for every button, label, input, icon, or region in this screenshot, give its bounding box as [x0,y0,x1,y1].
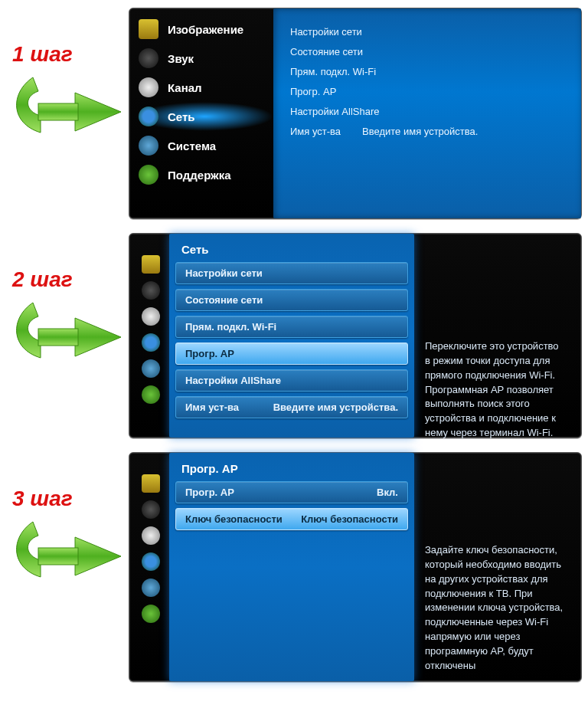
menu-system-label: Система [168,139,216,152]
menu-picture[interactable]: Изображение [136,15,273,44]
step-2-label: 2 шаг [12,267,129,292]
tv-menu-step-1: Изображение Звук Канал Сеть Система Подд… [129,8,582,219]
menu-channel[interactable]: Канал [136,73,273,102]
channel-icon[interactable] [142,307,160,326]
sound-icon [139,48,158,68]
network-submenu: Сеть Настройки сети Состояние сети Прям.… [169,234,414,438]
panel-title: Сеть [175,240,408,262]
channel-icon[interactable] [142,526,160,545]
system-icon [139,136,158,156]
soft-ap-value: Вкл. [377,487,398,498]
menu-support[interactable]: Поддержка [136,160,273,189]
network-icon[interactable] [142,552,160,571]
opt-soft-ap-toggle[interactable]: Прогр. AP Вкл. [175,481,408,503]
menu-sound[interactable]: Звук [136,44,273,73]
opt-security-key[interactable]: Ключ безопасности Ключ безопасности [175,508,408,530]
sub-device-name[interactable]: Имя уст-ва Введите имя устройства. [290,122,564,142]
dev-name-value: Введите имя устройства. [273,402,398,413]
support-icon [139,165,158,185]
svg-rect-0 [38,103,78,120]
picture-icon [139,19,158,39]
system-icon[interactable] [142,579,160,597]
system-icon[interactable] [142,359,160,378]
security-key-description: Задайте ключ безопасности, который необх… [414,459,575,675]
sidebar-icons [136,459,169,675]
menu-picture-label: Изображение [168,23,243,36]
sound-icon[interactable] [142,500,160,519]
network-icon[interactable] [142,333,160,352]
sub-net-status[interactable]: Состояние сети [290,42,564,62]
sidebar-icons [136,240,169,431]
network-icon [139,107,158,126]
sec-key-value: Ключ безопасности [301,513,398,525]
menu-sound-label: Звук [168,52,194,65]
step-1-label: 1 шаг [12,42,129,67]
sound-icon[interactable] [142,281,160,300]
sub-net-settings[interactable]: Настройки сети [290,22,564,42]
opt-wifi-direct[interactable]: Прям. подкл. Wi-Fi [175,316,408,338]
opt-device-name[interactable]: Имя уст-ва Введите имя устройства. [175,396,408,418]
arrow-icon [6,295,121,368]
tv-menu-step-2: Сеть Настройки сети Состояние сети Прям.… [129,233,582,438]
arrow-icon [6,70,121,143]
soft-ap-label: Прогр. AP [185,487,234,498]
main-menu: Изображение Звук Канал Сеть Система Подд… [136,15,273,212]
panel-title: Прогр. AP [175,459,408,481]
svg-rect-2 [38,548,78,565]
dev-name-label: Имя уст-ва [290,122,341,142]
picture-icon[interactable] [142,255,160,274]
support-icon[interactable] [142,385,160,404]
network-submenu-preview: Настройки сети Состояние сети Прям. подк… [273,8,581,218]
tv-menu-step-3: Прогр. AP Прогр. AP Вкл. Ключ безопаснос… [129,452,582,682]
opt-net-settings[interactable]: Настройки сети [175,262,408,284]
svg-rect-1 [38,329,78,346]
dev-name-value: Введите имя устройства. [362,122,478,142]
menu-system[interactable]: Система [136,131,273,160]
channel-icon [139,77,158,97]
support-icon[interactable] [142,605,160,623]
soft-ap-panel: Прогр. AP Прогр. AP Вкл. Ключ безопаснос… [169,453,414,681]
menu-network-label: Сеть [168,110,195,123]
soft-ap-description: Переключите это устройство в режим точки… [414,240,575,431]
menu-network[interactable]: Сеть [136,102,273,131]
dev-name-label: Имя уст-ва [185,402,239,413]
sub-allshare[interactable]: Настройки AllShare [290,102,564,122]
picture-icon[interactable] [142,474,160,493]
step-3-label: 3 шаг [12,487,129,511]
menu-support-label: Поддержка [168,169,231,182]
opt-soft-ap[interactable]: Прогр. AP [175,343,408,365]
opt-net-status[interactable]: Состояние сети [175,289,408,311]
arrow-icon [6,514,121,587]
sub-wifi-direct[interactable]: Прям. подкл. Wi-Fi [290,62,564,82]
menu-channel-label: Канал [168,81,202,94]
sub-soft-ap[interactable]: Прогр. AP [290,82,564,102]
opt-allshare[interactable]: Настройки AllShare [175,369,408,392]
sec-key-label: Ключ безопасности [185,513,283,525]
